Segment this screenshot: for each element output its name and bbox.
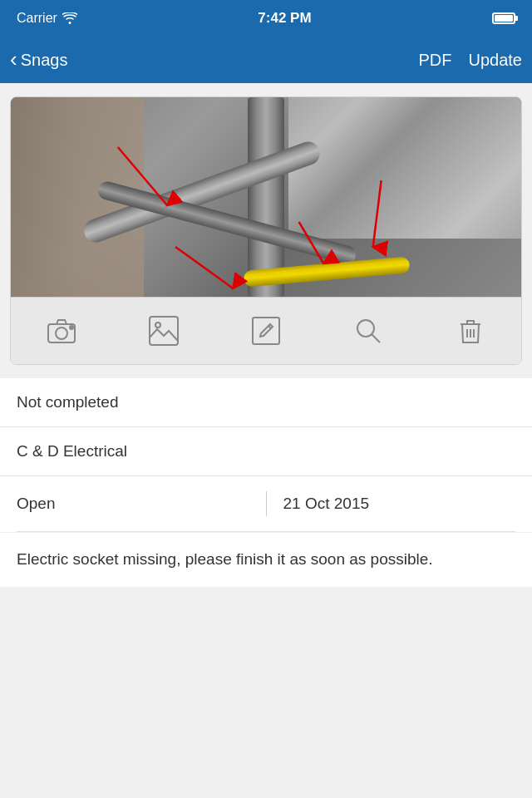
status-value: Not completed	[17, 393, 119, 411]
contractor-value: C & D Electrical	[17, 442, 127, 460]
photo-card	[10, 96, 522, 365]
delete-button[interactable]	[446, 306, 495, 356]
nav-actions: PDF Update	[419, 51, 523, 70]
battery-indicator	[492, 12, 515, 24]
status-row: Not completed	[0, 378, 532, 427]
date-value: 21 Oct 2015	[283, 495, 516, 513]
photo-image	[11, 97, 521, 297]
description-section: Electric socket missing, please finish i…	[0, 533, 532, 587]
svg-point-9	[155, 323, 160, 328]
carrier-label: Carrier	[17, 11, 57, 26]
edit-icon	[249, 314, 283, 347]
info-section: Not completed C & D Electrical Open 21 O…	[0, 378, 532, 532]
svg-line-2	[175, 247, 233, 288]
back-arrow-icon: ‹	[10, 48, 17, 70]
contractor-row: C & D Electrical	[0, 427, 532, 476]
photo-toolbar	[11, 297, 521, 364]
edit-button[interactable]	[241, 306, 291, 356]
wifi-icon	[62, 12, 77, 24]
back-label: Snags	[21, 51, 68, 70]
gallery-button[interactable]	[139, 306, 189, 356]
foil-bg	[288, 97, 521, 239]
svg-point-6	[56, 328, 67, 339]
svg-point-7	[70, 326, 73, 329]
pdf-button[interactable]: PDF	[419, 51, 452, 70]
state-value: Open	[17, 495, 249, 513]
search-icon	[352, 314, 385, 347]
gallery-icon	[147, 314, 180, 347]
search-button[interactable]	[343, 306, 393, 356]
carrier-info: Carrier	[17, 11, 77, 26]
svg-rect-8	[150, 317, 178, 345]
photo-area	[11, 97, 521, 297]
update-button[interactable]: Update	[469, 51, 523, 70]
description-text: Electric socket missing, please finish i…	[17, 548, 515, 572]
navigation-bar: ‹ Snags PDF Update	[0, 37, 532, 83]
main-content: Not completed C & D Electrical Open 21 O…	[0, 96, 532, 587]
camera-button[interactable]	[37, 306, 86, 356]
back-button[interactable]: ‹ Snags	[10, 50, 67, 70]
status-bar: Carrier 7:42 PM	[0, 0, 532, 37]
row-divider	[266, 491, 267, 516]
svg-line-12	[372, 334, 380, 342]
camera-icon	[45, 314, 78, 347]
state-date-row: Open 21 Oct 2015	[17, 476, 515, 532]
time-display: 7:42 PM	[258, 10, 311, 27]
trash-icon	[454, 314, 487, 347]
svg-rect-10	[253, 318, 279, 344]
battery-icon	[492, 12, 515, 24]
